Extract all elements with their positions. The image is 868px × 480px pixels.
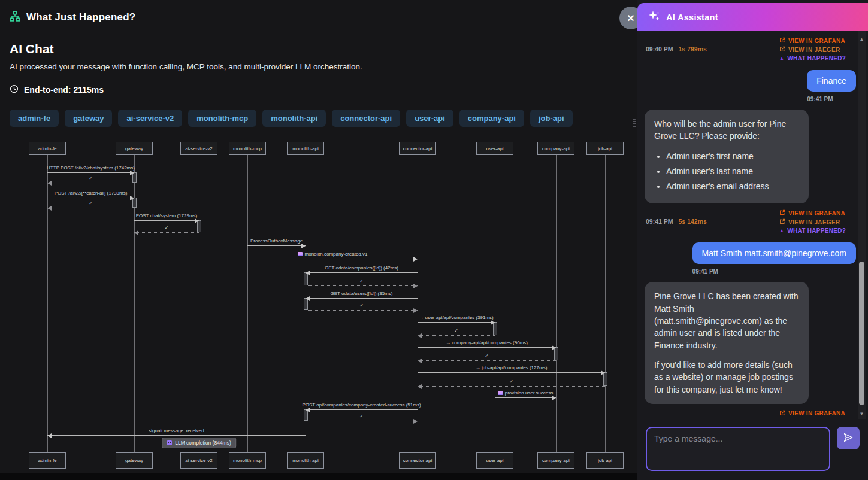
meta-time-group: 09:40 PM1s 799ms [646, 37, 707, 53]
participant-top-gateway: gateway [116, 142, 153, 155]
chat-scrollbar[interactable]: ▲ ▼ [858, 31, 866, 419]
view-in-jaeger-link[interactable]: VIEW IN JAEGER [779, 46, 846, 53]
participant-bottom-user-api: user-api [476, 452, 513, 469]
scroll-down-arrow-icon[interactable]: ▼ [858, 409, 866, 418]
participant-top-company-api: company-api [537, 142, 574, 155]
call-arrow [247, 245, 306, 246]
arrowhead-icon [47, 206, 52, 211]
call-arrow [47, 435, 306, 436]
message-meta-row: 09:40 PM1s 799msVIEW IN GRAFANAVIEW IN J… [646, 37, 846, 62]
return-check-label: ✓ [306, 302, 418, 309]
external-link-icon [779, 209, 785, 217]
view-in-grafana-link[interactable]: VIEW IN GRAFANA [779, 209, 846, 217]
return-arrow [418, 386, 605, 387]
view-in-grafana-link[interactable]: VIEW IN GRAFANA [779, 410, 846, 417]
lifeline-user-api [495, 155, 495, 452]
external-link-icon [779, 46, 785, 53]
modal-header: What Just Happened? [0, 0, 637, 32]
call-arrow [306, 298, 418, 299]
return-arrow [47, 183, 134, 183]
user-message: Matt Smith matt.smith@pinegrove.com09:41… [645, 242, 856, 275]
assistant-bullet-item: Admin user's first name [666, 150, 799, 162]
end-to-end-label: End-to-end: 2115ms [24, 85, 104, 95]
sparkle-icon [648, 10, 660, 25]
modal-body: AI Chat AI processed your message with f… [0, 42, 637, 127]
assistant-bubble: Who will be the admin user for Pine Grov… [645, 110, 809, 203]
arrowhead-icon [306, 271, 310, 275]
return-check-label: ✓ [47, 174, 134, 181]
service-badge-job-api: job-api [530, 110, 573, 127]
ai-assistant-header: AI Assistant [637, 3, 868, 31]
participant-bottom-admin-fe: admin-fe [29, 452, 66, 469]
sequence-diagram: admin-feadmin-fegatewaygatewayai-service… [0, 135, 637, 473]
message-label: GET odata/users([Id]) (35ms) [306, 290, 418, 297]
service-badge-gateway: gateway [65, 110, 112, 127]
timestamp: 09:40 PM [646, 45, 673, 53]
return-check-label: ✓ [418, 352, 556, 359]
queue-icon [298, 252, 303, 256]
assistant-bullet-item: Admin user's last name [666, 165, 799, 177]
call-arrow [306, 272, 418, 273]
return-check-label: ✓ [306, 412, 418, 420]
message-label: HTTP POST /ai/v2/chat/system (1742ms) [47, 164, 134, 171]
meta-time-group: 09:41 PM3s 852ms [646, 410, 707, 419]
service-badge-user-api: user-api [406, 110, 453, 127]
scroll-up-arrow-icon[interactable]: ▲ [858, 35, 866, 43]
external-link-icon [779, 37, 785, 44]
message-meta-row: 09:41 PM5s 142msVIEW IN GRAFANAVIEW IN J… [646, 209, 846, 234]
what-happened-link[interactable]: ▲WHAT HAPPENED? [779, 227, 846, 234]
message-label: POST chat/system (1729ms) [134, 212, 199, 219]
meta-links: VIEW IN GRAFANAVIEW IN JAEGER▲WHAT HAPPE… [779, 410, 846, 419]
assistant-bullet-list: Admin user's first nameAdmin user's last… [654, 150, 799, 193]
return-arrow [306, 285, 418, 286]
return-check-label: ✓ [418, 378, 605, 385]
send-button[interactable] [837, 427, 860, 449]
message-label: → user-api/api/companies (391ms) [418, 314, 495, 321]
clock-icon [10, 84, 19, 95]
participant-bottom-company-api: company-api [537, 452, 574, 469]
service-badge-ai-service-v2: ai-service-v2 [118, 110, 182, 127]
service-badge-admin-fe: admin-fe [10, 110, 59, 127]
arrowhead-icon [552, 345, 556, 350]
participant-bottom-monolith-mcp: monolith-mcp [229, 452, 266, 469]
external-link-icon [779, 218, 785, 226]
view-in-jaeger-link[interactable]: VIEW IN JAEGER [779, 218, 846, 226]
arrowhead-icon [418, 359, 422, 363]
call-arrow [47, 172, 134, 173]
service-badge-monolith-api: monolith-api [262, 110, 326, 127]
queue-icon [498, 391, 503, 395]
participant-top-monolith-mcp: monolith-mcp [229, 142, 266, 155]
arrowhead-icon [301, 244, 306, 248]
what-happened-link[interactable]: ▲WHAT HAPPENED? [779, 55, 846, 62]
panel-resize-handle[interactable] [633, 119, 636, 128]
arrowhead-icon [552, 396, 556, 400]
arrowhead-icon [413, 419, 418, 424]
return-arrow [306, 421, 418, 421]
participant-top-job-api: job-api [586, 142, 624, 155]
scrollbar-thumb[interactable] [859, 262, 864, 405]
message-input[interactable] [646, 427, 830, 471]
page-title: AI Chat [10, 42, 627, 56]
participant-bottom-job-api: job-api [586, 452, 624, 469]
lifeline-job-api [605, 155, 606, 452]
return-check-label: ✓ [134, 224, 199, 231]
description-text: AI processed your message with function … [10, 62, 627, 71]
participant-top-monolith-api: monolith-api [287, 142, 324, 155]
view-in-grafana-link[interactable]: VIEW IN GRAFANA [779, 37, 846, 44]
message-label: monolith.company-created.v1 [247, 250, 418, 257]
user-bubble: Finance [807, 70, 856, 92]
message-label: POST /ai/v2/[**catch-all] (1738ms) [47, 189, 134, 196]
return-arrow [418, 360, 556, 361]
modal-title: What Just Happened? [26, 11, 135, 23]
call-arrow [47, 198, 134, 198]
user-bubble: Matt Smith matt.smith@pinegrove.com [692, 242, 856, 264]
participant-bottom-connector-api: connector-api [399, 452, 436, 469]
service-badges: admin-fegatewayai-service-v2monolith-mcp… [10, 110, 627, 127]
timing-row: End-to-end: 2115ms [10, 84, 627, 95]
assistant-bubble: Pine Grove LLC has been created with Mat… [645, 282, 809, 403]
return-check-label: ✓ [306, 277, 418, 284]
assistant-paragraph: Pine Grove LLC has been created with Mat… [654, 290, 799, 351]
participant-bottom-gateway: gateway [116, 452, 153, 469]
arrowhead-icon [413, 308, 418, 313]
duration-badge: 1s 799ms [679, 45, 707, 53]
